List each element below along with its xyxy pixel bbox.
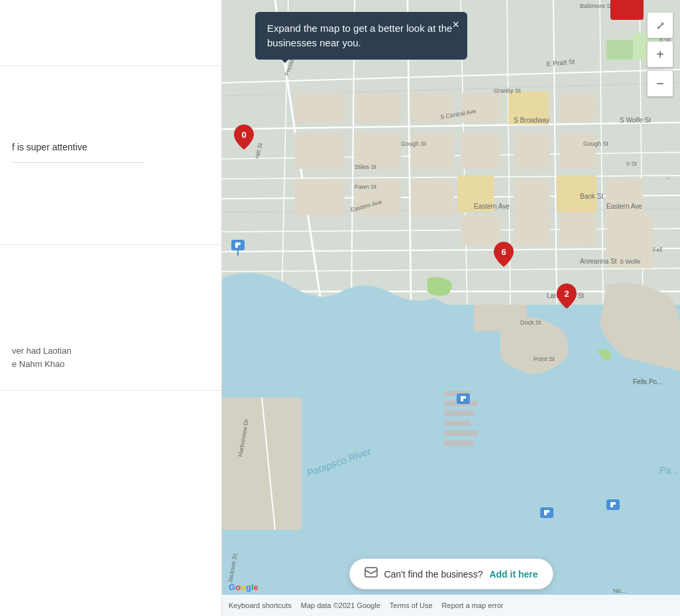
svg-rect-44 bbox=[514, 215, 550, 245]
keyboard-shortcuts-link[interactable]: Keyboard shortcuts bbox=[229, 601, 292, 609]
terms-of-use-link[interactable]: Terms of Use bbox=[390, 601, 433, 609]
google-logo: Google bbox=[229, 582, 258, 592]
svg-text:Granby St: Granby St bbox=[494, 87, 521, 94]
svg-text:Fawn St: Fawn St bbox=[355, 183, 377, 190]
svg-text:Eastern Ave: Eastern Ave bbox=[474, 203, 510, 210]
svg-rect-33 bbox=[411, 132, 454, 169]
cant-find-bar: Can't find the business? Add it here bbox=[349, 558, 553, 590]
map-panel: E Pratt St Granby St S Bond St S Central… bbox=[222, 0, 680, 616]
cant-find-icon bbox=[364, 567, 377, 581]
svg-text:Eastern Ave: Eastern Ave bbox=[606, 203, 642, 210]
map-marker-6[interactable]: 6 bbox=[494, 242, 515, 267]
svg-rect-97 bbox=[235, 242, 241, 245]
svg-rect-107 bbox=[365, 568, 376, 577]
svg-text:Dock St: Dock St bbox=[520, 319, 541, 326]
divider-1 bbox=[12, 162, 144, 163]
svg-rect-40 bbox=[514, 179, 550, 215]
svg-text:Baltimore St: Baltimore St bbox=[580, 3, 613, 9]
svg-rect-22 bbox=[606, 40, 633, 60]
svg-text:S Wolfe St: S Wolfe St bbox=[620, 117, 651, 124]
svg-rect-50 bbox=[474, 305, 527, 331]
svg-rect-106 bbox=[544, 510, 549, 513]
svg-rect-51 bbox=[222, 397, 302, 530]
svg-text:S Wolfe: S Wolfe bbox=[620, 258, 640, 265]
zoom-out-button[interactable]: − bbox=[647, 70, 673, 97]
svg-rect-26 bbox=[355, 93, 401, 123]
svg-text:Nic...: Nic... bbox=[613, 588, 627, 594]
map-data-label: Map data ©2021 Google bbox=[301, 601, 380, 609]
map-marker-2[interactable]: 2 bbox=[557, 283, 578, 309]
svg-rect-34 bbox=[461, 132, 500, 169]
zoom-in-button[interactable]: + bbox=[647, 41, 673, 68]
svg-rect-89 bbox=[444, 440, 474, 446]
map-tooltip: × Expand the map to get a better look at… bbox=[255, 12, 467, 60]
svg-rect-25 bbox=[295, 93, 345, 123]
svg-rect-88 bbox=[444, 431, 477, 436]
review-card-3: ver had Laotian e Nahm Khao bbox=[0, 245, 221, 391]
expand-map-button[interactable]: ⤢ bbox=[647, 12, 673, 38]
left-panel: f is super attentive ver had Laotian e N… bbox=[0, 0, 222, 616]
svg-text:Fell: Fell bbox=[653, 246, 663, 253]
svg-rect-36 bbox=[560, 132, 596, 169]
svg-rect-43 bbox=[461, 215, 500, 245]
svg-text:Gough St: Gough St bbox=[401, 140, 427, 147]
svg-text:Point St: Point St bbox=[534, 356, 555, 362]
svg-rect-45 bbox=[560, 215, 596, 245]
map-marker-blue-3[interactable] bbox=[605, 497, 626, 522]
svg-rect-31 bbox=[295, 132, 345, 169]
tooltip-close-button[interactable]: × bbox=[452, 19, 459, 30]
add-business-link[interactable]: Add it here bbox=[489, 569, 538, 580]
svg-rect-103 bbox=[610, 502, 616, 505]
map-bottom-bar: Keyboard shortcuts Map data ©2021 Google… bbox=[222, 595, 680, 616]
svg-rect-87 bbox=[444, 421, 471, 426]
svg-text:...: ... bbox=[666, 174, 671, 180]
tooltip-text: Expand the map to get a better look at t… bbox=[267, 23, 452, 48]
svg-rect-28 bbox=[461, 93, 500, 123]
map-background: E Pratt St Granby St S Bond St S Central… bbox=[222, 0, 680, 616]
review-text-3: ver had Laotian e Nahm Khao bbox=[12, 344, 209, 370]
svg-text:Bank St: Bank St bbox=[580, 193, 603, 200]
svg-text:Gough St: Gough St bbox=[583, 140, 609, 147]
svg-rect-100 bbox=[461, 396, 466, 399]
svg-text:2: 2 bbox=[564, 289, 569, 299]
map-marker-blue-2[interactable] bbox=[455, 391, 477, 416]
svg-text:S Broadway: S Broadway bbox=[514, 117, 549, 124]
svg-rect-39 bbox=[411, 179, 454, 215]
svg-rect-35 bbox=[514, 132, 550, 169]
map-marker-blue-4[interactable] bbox=[539, 505, 560, 530]
svg-text:Fells Po...: Fells Po... bbox=[633, 378, 662, 385]
svg-text:0: 0 bbox=[241, 130, 246, 140]
svg-rect-30 bbox=[560, 93, 596, 123]
svg-text:Stiles St: Stiles St bbox=[355, 164, 377, 170]
cant-find-text: Can't find the business? bbox=[384, 569, 482, 580]
map-marker-0[interactable]: 0 bbox=[234, 125, 255, 150]
svg-text:Pa...: Pa... bbox=[659, 465, 679, 476]
svg-text:Anreanna St: Anreanna St bbox=[580, 258, 617, 265]
top-red-indicator bbox=[610, 0, 644, 20]
svg-rect-37 bbox=[295, 179, 345, 215]
svg-text:n St: n St bbox=[626, 160, 638, 167]
map-marker-blue-1[interactable] bbox=[230, 237, 251, 262]
map-controls: ⤢ + − bbox=[647, 12, 673, 97]
report-error-link[interactable]: Report a map error bbox=[442, 601, 504, 609]
svg-text:6: 6 bbox=[501, 247, 506, 257]
review-card-1 bbox=[0, 0, 221, 66]
review-card-2: f is super attentive bbox=[0, 66, 221, 245]
review-text-2: f is super attentive bbox=[12, 140, 209, 154]
